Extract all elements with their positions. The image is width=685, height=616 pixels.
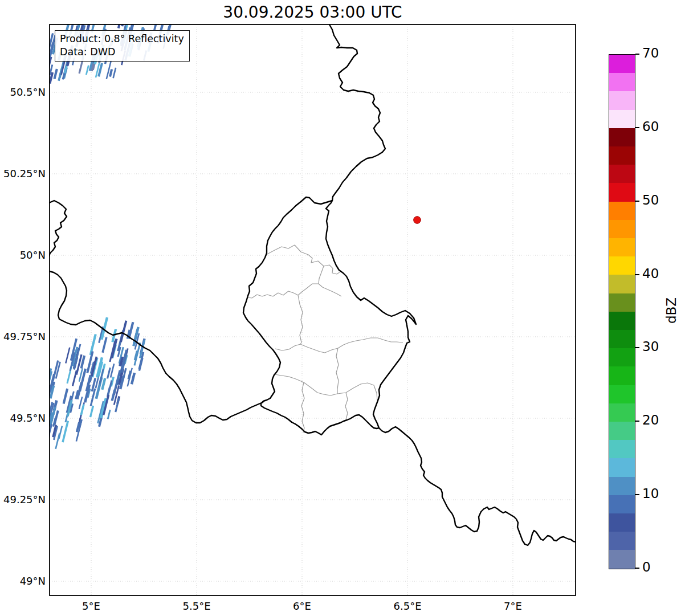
- colorbar-segment: [609, 128, 635, 146]
- colorbar-tick-label: 60: [642, 119, 659, 134]
- y-tick-label: 50.25°N: [0, 168, 46, 180]
- colorbar-tick-label: 30: [642, 339, 659, 354]
- data-source-label: Data: DWD: [60, 46, 184, 59]
- colorbar-segment: [609, 293, 635, 312]
- colorbar-segment: [609, 220, 635, 238]
- x-tick-label: 6.5°E: [376, 600, 439, 612]
- map-background: [49, 24, 576, 596]
- colorbar-segment: [609, 422, 635, 440]
- colorbar-tick-mark: [635, 421, 639, 422]
- y-tick-label: 49°N: [0, 575, 46, 587]
- colorbar-tick-mark: [635, 274, 639, 275]
- colorbar-segment: [609, 513, 635, 532]
- colorbar-segment: [609, 330, 635, 348]
- colorbar-tick-label: 10: [642, 486, 659, 501]
- x-tick-label: 6°E: [271, 600, 333, 612]
- colorbar-segment: [609, 110, 635, 128]
- y-tick-label: 50°N: [0, 249, 46, 261]
- colorbar-segment: [609, 146, 635, 165]
- colorbar-tick-label: 70: [642, 46, 659, 60]
- colorbar-segment: [609, 403, 635, 422]
- colorbar-segment: [609, 202, 635, 220]
- colorbar-tick-label: 20: [642, 413, 659, 427]
- figure-title: 30.09.2025 03:00 UTC: [49, 3, 576, 22]
- colorbar-tick-mark: [635, 127, 639, 128]
- colorbar-unit-label: dBZ: [664, 295, 679, 327]
- colorbar-segment: [609, 550, 635, 568]
- colorbar: [609, 54, 635, 569]
- colorbar-segment: [609, 532, 635, 550]
- colorbar-segment: [609, 458, 635, 476]
- colorbar-tick-label: 50: [642, 193, 659, 207]
- colorbar-tick-label: 0: [642, 560, 651, 574]
- colorbar-segment: [609, 165, 635, 183]
- colorbar-segment: [609, 91, 635, 109]
- colorbar-segment: [609, 312, 635, 330]
- colorbar-segment: [609, 495, 635, 513]
- y-tick-label: 49.25°N: [0, 493, 46, 505]
- x-tick-label: 5°E: [60, 600, 123, 612]
- colorbar-segment: [609, 55, 635, 73]
- colorbar-segment: [609, 256, 635, 275]
- colorbar-tick-mark: [635, 494, 639, 495]
- colorbar-tick-mark: [635, 201, 639, 202]
- radar-location-marker: [414, 217, 421, 224]
- colorbar-segment: [609, 275, 635, 293]
- colorbar-segment: [609, 183, 635, 201]
- y-tick-label: 50.5°N: [0, 86, 46, 98]
- colorbar-segment: [609, 385, 635, 403]
- x-tick-label: 5.5°E: [165, 600, 228, 612]
- product-info-box: Product: 0.8° Reflectivity Data: DWD: [55, 30, 190, 62]
- y-tick-label: 49.5°N: [0, 412, 46, 424]
- colorbar-segment: [609, 238, 635, 256]
- colorbar-segment: [609, 477, 635, 495]
- colorbar-segment: [609, 73, 635, 91]
- colorbar-segment: [609, 366, 635, 385]
- x-tick-label: 7°E: [482, 600, 544, 612]
- colorbar-tick-mark: [635, 347, 639, 348]
- colorbar-tick-mark: [635, 568, 639, 569]
- radar-reflectivity-figure: 30.09.2025 03:00 UTC Product: 0.8° Refle…: [0, 0, 685, 616]
- product-label: Product: 0.8° Reflectivity: [60, 32, 184, 46]
- colorbar-tick-mark: [635, 54, 639, 55]
- y-tick-label: 49.75°N: [0, 331, 46, 342]
- map-canvas: [49, 24, 576, 596]
- colorbar-segment: [609, 348, 635, 366]
- colorbar-tick-label: 40: [642, 266, 659, 281]
- colorbar-segment: [609, 440, 635, 458]
